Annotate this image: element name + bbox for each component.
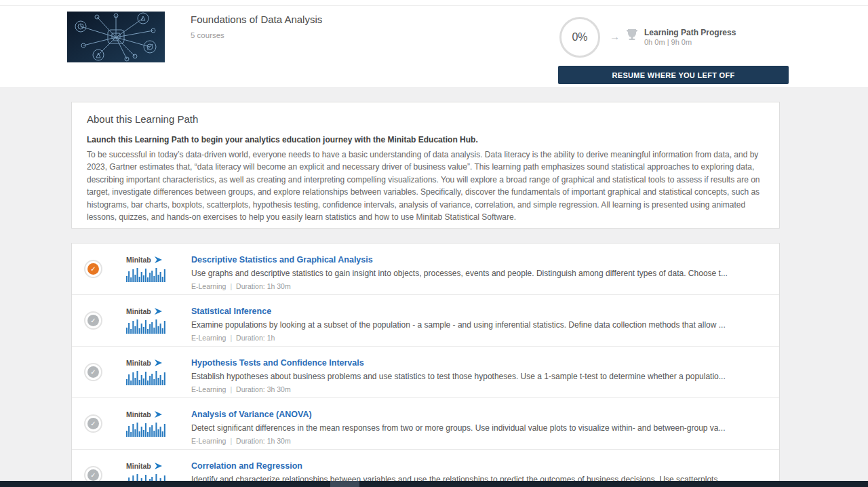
about-body: To be successful in today’s data-driven …	[87, 149, 764, 223]
course-title-link[interactable]: Descriptive Statistics and Graphical Ana…	[191, 255, 373, 265]
learning-path-header: Foundations of Data Analysis 5 courses 0…	[0, 0, 868, 87]
course-row[interactable]: ✓ Minitab Statistical Inference Examine …	[72, 295, 779, 347]
progress-percent: 0%	[572, 31, 587, 43]
minitab-logo: Minitab	[126, 408, 168, 440]
page-title: Foundations of Data Analysis	[191, 14, 322, 25]
course-meta: E-Learning|Duration: 1h	[191, 334, 770, 342]
course-meta: E-Learning|Duration: 1h 30m	[191, 282, 770, 290]
course-meta: E-Learning|Duration: 3h 30m	[191, 385, 770, 393]
course-status-icon: ✓	[84, 363, 102, 381]
header-divider	[0, 5, 868, 6]
minitab-chevron-icon	[155, 359, 162, 366]
minitab-logo: Minitab	[126, 356, 168, 389]
course-duration: Duration: 3h 30m	[236, 385, 291, 393]
course-text: Hypothesis Tests and Confidence Interval…	[191, 356, 770, 393]
logo-bars-icon	[126, 267, 167, 283]
meta-separator: |	[230, 334, 232, 342]
arrow-icon: →	[610, 31, 620, 42]
minitab-wordmark: Minitab	[126, 359, 151, 367]
course-type: E-Learning	[191, 334, 226, 342]
meta-separator: |	[230, 437, 232, 445]
meta-separator: |	[230, 282, 232, 290]
about-intro: Launch this Learning Path to begin your …	[87, 135, 764, 144]
course-status-icon: ✓	[84, 260, 102, 278]
learning-path-thumbnail	[67, 12, 165, 62]
learning-path-page: Foundations of Data Analysis 5 courses 0…	[0, 0, 868, 487]
course-text: Descriptive Statistics and Graphical Ana…	[191, 253, 770, 290]
minitab-wordmark: Minitab	[126, 462, 151, 470]
course-description: Examine populations by looking at a subs…	[191, 320, 770, 330]
progress-label: Learning Path Progress	[644, 28, 736, 37]
course-type: E-Learning	[191, 282, 226, 290]
logo-bars-icon	[126, 421, 167, 437]
course-description: Detect significant differences in the me…	[191, 423, 770, 433]
course-list: ✓ Minitab Descriptive Statistics and Gra…	[71, 243, 780, 487]
course-duration: Duration: 1h 30m	[236, 437, 291, 445]
course-duration: Duration: 1h 30m	[236, 282, 291, 290]
course-text: Analysis of Variance (ANOVA) Detect sign…	[191, 408, 770, 445]
course-title-link[interactable]: Analysis of Variance (ANOVA)	[191, 410, 312, 419]
about-heading: About this Learning Path	[87, 113, 764, 125]
course-meta: E-Learning|Duration: 1h 30m	[191, 437, 770, 445]
minitab-chevron-icon	[155, 463, 162, 469]
minitab-wordmark: Minitab	[126, 410, 151, 418]
check-icon: ✓	[87, 469, 99, 481]
course-type: E-Learning	[191, 385, 226, 393]
course-row[interactable]: ✓ Minitab Analysis of Variance (ANOVA) D…	[72, 398, 779, 450]
check-icon: ✓	[87, 418, 99, 429]
logo-bars-icon	[126, 318, 167, 334]
course-description: Use graphs and descriptive statistics to…	[191, 269, 770, 278]
course-duration: Duration: 1h	[236, 334, 275, 342]
course-text: Statistical Inference Examine population…	[191, 305, 770, 342]
logo-bars-icon	[126, 370, 167, 386]
course-row[interactable]: ✓ Minitab Descriptive Statistics and Gra…	[72, 244, 779, 295]
course-status-icon: ✓	[84, 414, 102, 433]
minitab-wordmark: Minitab	[126, 256, 151, 264]
minitab-chevron-icon	[155, 256, 162, 263]
minitab-logo: Minitab	[126, 253, 168, 286]
scrollbar-thumb[interactable]	[330, 481, 359, 487]
minitab-logo: Minitab	[126, 305, 168, 337]
course-description: Establish hypotheses about business prob…	[191, 372, 770, 381]
course-title-link[interactable]: Hypothesis Tests and Confidence Interval…	[191, 358, 364, 368]
course-status-icon: ✓	[84, 311, 102, 330]
course-title-link[interactable]: Statistical Inference	[191, 307, 271, 316]
check-icon: ✓	[87, 366, 99, 378]
progress-time: 0h 0m | 9h 0m	[644, 38, 692, 46]
check-icon: ✓	[87, 315, 99, 326]
minitab-chevron-icon	[155, 411, 162, 418]
course-title-link[interactable]: Correlation and Regression	[191, 461, 302, 471]
course-row[interactable]: ✓ Minitab Hypothesis Tests and Confidenc…	[72, 347, 779, 398]
minitab-wordmark: Minitab	[126, 307, 151, 315]
trophy-icon	[625, 28, 639, 43]
course-type: E-Learning	[191, 437, 226, 445]
minitab-chevron-icon	[155, 308, 162, 315]
bottom-window-bar	[0, 481, 868, 487]
progress-circle: 0%	[559, 17, 600, 58]
meta-separator: |	[230, 385, 232, 393]
about-card: About this Learning Path Launch this Lea…	[71, 102, 780, 229]
course-count: 5 courses	[191, 31, 224, 39]
check-icon: ✓	[87, 263, 99, 275]
resume-button[interactable]: RESUME WHERE YOU LEFT OFF	[558, 66, 789, 84]
